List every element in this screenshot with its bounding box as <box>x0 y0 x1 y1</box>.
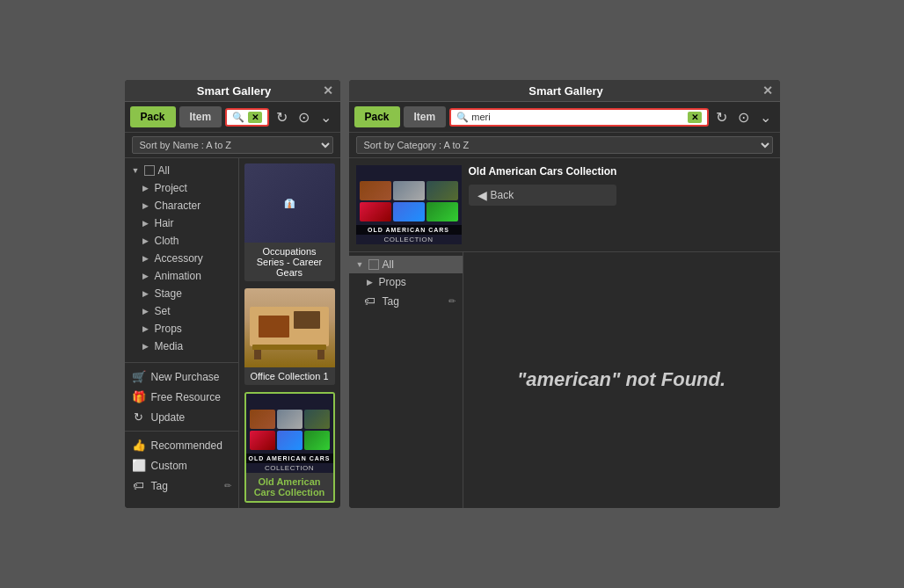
left-tree-section: ▼ All ▶ Project ▶ Character ▶ Hair <box>125 158 238 359</box>
right-sidebar: ▼ All ▶ Props 🏷 Tag <box>349 252 463 508</box>
occupations-thumbnail: 👔 <box>244 163 335 243</box>
pack-item-american-cars[interactable]: OLD AMERICAN CARS COLLECTION Old America… <box>244 392 335 503</box>
sidebar-item-tag[interactable]: 🏷 Tag ✏ <box>125 475 238 496</box>
left-target-button[interactable]: ⊙ <box>295 107 313 127</box>
left-tab-pack[interactable]: Pack <box>130 106 176 127</box>
sidebar-item-animation[interactable]: ▶ Animation <box>125 267 238 285</box>
right-tree-section: ▼ All ▶ Props 🏷 Tag <box>349 252 463 315</box>
cars-grid <box>246 406 333 454</box>
tree-arrow-props: ▶ <box>142 324 151 333</box>
left-toolbar: Pack Item 🔍 ✕ ↻ ⊙ ⌄ <box>125 102 340 133</box>
right-selected-pack-name: Old American Cars Collection <box>469 165 617 178</box>
occupations-title: Occupations Series - Career Gears <box>244 243 335 281</box>
right-tree-label-props: Props <box>379 276 456 288</box>
sidebar-item-stage[interactable]: ▶ Stage <box>125 285 238 302</box>
tree-checkbox-all[interactable] <box>144 165 155 176</box>
right-tab-pack[interactable]: Pack <box>354 106 400 127</box>
right-back-button[interactable]: ◀ Back <box>469 185 617 206</box>
right-panel-body: OLD AMERICAN CARS COLLECTION Old America… <box>349 158 780 508</box>
right-sidebar-item-tag[interactable]: 🏷 Tag ✏ <box>349 291 463 311</box>
cars-banner: OLD AMERICAN CARS <box>246 454 333 463</box>
right-search-input[interactable] <box>471 112 687 122</box>
back-arrow-icon: ◀ <box>478 188 487 202</box>
right-close-button[interactable]: ✕ <box>762 83 773 98</box>
sidebar-item-accessory[interactable]: ▶ Accessory <box>125 250 238 267</box>
right-expand-button[interactable]: ⌄ <box>756 107 775 127</box>
left-close-button[interactable]: ✕ <box>323 83 333 98</box>
tree-arrow-accessory: ▶ <box>142 254 151 263</box>
left-search-box: 🔍 ✕ <box>225 108 268 127</box>
sidebar-item-update[interactable]: ↻ Update <box>125 407 238 427</box>
svg-rect-5 <box>252 345 326 350</box>
right-selected-pack-info: Old American Cars Collection ◀ Back <box>469 165 617 244</box>
sidebar-item-free-resource[interactable]: 🎁 Free Resource <box>125 387 238 407</box>
office-thumbnail <box>244 288 335 367</box>
back-label: Back <box>491 189 514 201</box>
tree-label-media: Media <box>155 340 231 352</box>
right-tab-item[interactable]: Item <box>404 106 447 127</box>
left-refresh-button[interactable]: ↻ <box>273 107 291 127</box>
new-purchase-icon: 🛒 <box>132 370 146 383</box>
tree-label-all: All <box>158 164 231 177</box>
right-sort-bar: Sort by Category : A to Z <box>349 133 780 158</box>
free-resource-icon: 🎁 <box>132 390 146 403</box>
sidebar-item-hair[interactable]: ▶ Hair <box>125 214 238 232</box>
tree-arrow-all: ▼ <box>132 166 141 175</box>
sidebar-item-recommended[interactable]: 👍 Recommended <box>125 435 238 455</box>
tree-label-accessory: Accessory <box>155 252 231 265</box>
right-tree-arrow-props: ▶ <box>367 278 375 287</box>
left-tab-item[interactable]: Item <box>179 106 222 127</box>
sidebar-item-new-purchase[interactable]: 🛒 New Purchase <box>125 367 238 387</box>
sidebar-item-custom[interactable]: ⬜ Custom <box>125 455 238 475</box>
custom-icon: ⬜ <box>132 459 146 472</box>
right-sidebar-item-props[interactable]: ▶ Props <box>349 273 463 291</box>
tree-label-project: Project <box>155 182 231 194</box>
left-sort-select[interactable]: Sort by Name : A to Z <box>132 136 333 154</box>
right-sidebar-item-all[interactable]: ▼ All <box>349 256 463 273</box>
pack-item-office[interactable]: Office Collection 1 <box>244 288 335 385</box>
sidebar-item-all[interactable]: ▼ All <box>125 162 238 179</box>
right-refresh-button[interactable]: ↻ <box>712 107 731 127</box>
left-search-clear-button[interactable]: ✕ <box>248 112 262 123</box>
office-placeholder <box>244 288 335 367</box>
occ-placeholder-text: 👔 <box>284 199 295 208</box>
tree-arrow-hair: ▶ <box>142 219 151 228</box>
left-panel: Smart Gallery ✕ Pack Item 🔍 ✕ ↻ ⊙ ⌄ Sort… <box>125 80 340 508</box>
sidebar-item-props[interactable]: ▶ Props <box>125 320 238 338</box>
cars-collection-label: COLLECTION <box>264 463 315 473</box>
sidebar-item-set[interactable]: ▶ Set <box>125 302 238 320</box>
tree-label-character: Character <box>155 200 231 212</box>
recommended-label: Recommended <box>151 439 222 452</box>
right-tag-icon: 🏷 <box>363 294 377 308</box>
pack-item-occupations[interactable]: 👔 Occupations Series - Career Gears <box>244 163 335 281</box>
free-resource-label: Free Resource <box>151 391 221 403</box>
sidebar-item-project[interactable]: ▶ Project <box>125 179 238 197</box>
left-expand-button[interactable]: ⌄ <box>317 107 335 127</box>
right-tag-edit-icon[interactable]: ✏ <box>448 296 456 306</box>
right-panel-title: Smart Gallery <box>370 84 762 98</box>
left-sidebar: ▼ All ▶ Project ▶ Character ▶ Hair <box>125 158 239 508</box>
tree-arrow-set: ▶ <box>142 307 151 316</box>
right-sort-select[interactable]: Sort by Category : A to Z <box>356 136 773 154</box>
not-found-text: "american" not Found. <box>517 367 725 394</box>
left-search-icon: 🔍 <box>232 112 244 123</box>
sidebar-item-character[interactable]: ▶ Character <box>125 197 238 214</box>
tree-label-props: Props <box>155 323 231 335</box>
left-titlebar: Smart Gallery ✕ <box>125 80 340 102</box>
car-cell-5 <box>277 431 303 450</box>
left-content-area: 👔 Occupations Series - Career Gears <box>239 158 340 508</box>
custom-label: Custom <box>151 460 187 472</box>
right-cars-collection: COLLECTION <box>383 235 434 244</box>
tag-edit-icon[interactable]: ✏ <box>224 481 231 490</box>
sidebar-item-cloth[interactable]: ▶ Cloth <box>125 232 238 250</box>
right-panel: Smart Gallery ✕ Pack Item 🔍 ✕ ↻ ⊙ ⌄ Sort… <box>349 80 780 508</box>
sidebar-item-media[interactable]: ▶ Media <box>125 338 238 355</box>
tree-label-animation: Animation <box>155 270 231 282</box>
office-title: Office Collection 1 <box>244 367 335 385</box>
right-tree-checkbox-all[interactable] <box>368 259 379 270</box>
selected-pack-thumbnail: OLD AMERICAN CARS COLLECTION <box>356 165 462 244</box>
right-tree-arrow-all: ▼ <box>356 260 365 269</box>
tag-icon: 🏷 <box>132 479 146 492</box>
right-search-clear-button[interactable]: ✕ <box>688 112 702 123</box>
right-target-button[interactable]: ⊙ <box>734 107 753 127</box>
